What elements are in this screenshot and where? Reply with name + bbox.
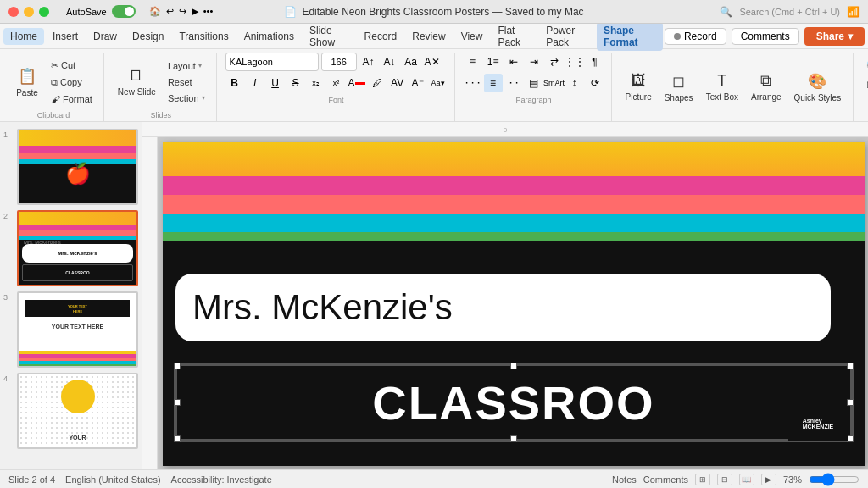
format-icon: 🖌 xyxy=(51,94,60,104)
slide-thumb-4[interactable]: 4 YOUR xyxy=(3,373,138,449)
font-decrease-button[interactable]: A↓ xyxy=(381,53,399,71)
window-controls[interactable] xyxy=(8,7,49,17)
redo-arrow-icon[interactable]: ↪ xyxy=(179,6,186,17)
columns-button[interactable]: ⋮⋮ xyxy=(565,53,584,71)
font-size-input[interactable] xyxy=(321,53,357,71)
italic-button[interactable]: I xyxy=(246,74,264,92)
classroom-box[interactable]: CLASSROO xyxy=(175,364,852,441)
slide-img-2[interactable]: Mrs. McKenzie's Mrs. McKenzie's CLASSROO xyxy=(17,210,138,286)
accessibility-link[interactable]: Accessibility: Investigate xyxy=(171,474,272,485)
shape-fill-button[interactable]: 🪣 Shape Fill ▾ xyxy=(862,59,868,74)
slide-thumb-1[interactable]: 1 🍎 xyxy=(3,129,138,205)
paste-button[interactable]: 📋 Paste xyxy=(10,57,44,108)
font-increase-button[interactable]: A↑ xyxy=(359,53,378,71)
format-button[interactable]: 🖌 Format xyxy=(47,92,97,106)
picture-button[interactable]: 🖼 Picture xyxy=(620,62,657,113)
menu-draw[interactable]: Draw xyxy=(86,28,124,45)
slides-row: 🗌 New Slide Layout ▾ Reset Section ▾ xyxy=(113,53,209,111)
comments-button-status[interactable]: Comments xyxy=(643,474,688,485)
comments-button[interactable]: Comments xyxy=(732,28,799,45)
strikethrough-button[interactable]: S xyxy=(287,74,305,92)
slide-thumb-2[interactable]: 2 Mrs. McKenzie's Mrs. McKenzie's CLASSR… xyxy=(3,210,138,286)
menu-flatpack[interactable]: Flat Pack xyxy=(491,22,537,51)
layout-button[interactable]: Layout ▾ xyxy=(164,59,209,73)
slide-sorter-button[interactable]: ⊟ xyxy=(717,474,732,485)
bullet-list-button[interactable]: ≡ xyxy=(464,53,482,71)
title-bar: AutoSave 🏠 ↩ ↪ ▶ ••• 📄 Editable Neon Bri… xyxy=(0,0,868,24)
normal-view-button[interactable]: ⊞ xyxy=(695,474,710,485)
new-slide-button[interactable]: 🗌 New Slide xyxy=(113,57,161,108)
decrease-indent-button[interactable]: ⇤ xyxy=(504,53,523,71)
text-direction-button[interactable]: ⟳ xyxy=(586,74,604,92)
font-row1: A↑ A↓ Aa A✕ xyxy=(225,53,448,71)
ribbon-group-paragraph: ≡ 1≡ ⇤ ⇥ ⇄ ⋮⋮ ¶ ⬝⬝⬝ ≡ ⬝⬝ ▤ SmArt ↕ ⟳ Par… xyxy=(457,53,612,121)
shapes-button[interactable]: ◻ Shapes xyxy=(659,62,698,113)
textbox-button[interactable]: T Text Box xyxy=(701,62,743,113)
more-icon[interactable]: ••• xyxy=(203,6,214,17)
numbered-list-button[interactable]: 1≡ xyxy=(484,53,503,71)
slide-num-4: 4 xyxy=(3,373,14,383)
menu-shapeformat[interactable]: Shape Format xyxy=(597,22,663,51)
char-spacing-button[interactable]: AV xyxy=(388,74,407,92)
menu-design[interactable]: Design xyxy=(125,28,170,45)
arrange-button[interactable]: ⧉ Arrange xyxy=(746,62,787,113)
change-case-button[interactable]: Aa xyxy=(402,53,420,71)
zoom-slider[interactable] xyxy=(809,473,860,486)
slide-img-1[interactable]: 🍎 xyxy=(17,129,138,205)
font-color-button[interactable]: A xyxy=(348,74,366,92)
maximize-button[interactable] xyxy=(39,7,49,17)
menu-slideshow[interactable]: Slide Show xyxy=(303,22,356,51)
highlight-button[interactable]: 🖊 xyxy=(368,74,387,92)
font-name-input[interactable] xyxy=(225,53,319,71)
reset-button[interactable]: Reset xyxy=(164,75,209,89)
align-center-button[interactable]: ≡ xyxy=(484,74,503,92)
slide-img-4[interactable]: YOUR xyxy=(17,373,138,449)
play-icon[interactable]: ▶ xyxy=(192,6,198,17)
menu-home[interactable]: Home xyxy=(3,28,44,45)
search-icon[interactable]: 🔍 xyxy=(720,6,732,18)
minimize-button[interactable] xyxy=(24,7,34,17)
increase-indent-button[interactable]: ⇥ xyxy=(525,53,543,71)
undo-arrow-icon[interactable]: ↩ xyxy=(166,6,174,17)
home-icon[interactable]: 🏠 xyxy=(149,6,161,17)
rtl-button[interactable]: ⇄ xyxy=(545,53,564,71)
font-style-button[interactable]: Aa▾ xyxy=(429,74,448,92)
convert-smartart-button[interactable]: SmArt xyxy=(545,74,564,92)
clear-format-button[interactable]: A✕ xyxy=(423,53,442,71)
handle-ml xyxy=(174,399,181,406)
bold-button[interactable]: B xyxy=(225,74,244,92)
menu-record[interactable]: Record xyxy=(358,28,404,45)
menu-review[interactable]: Review xyxy=(405,28,452,45)
paragraph-dir-button[interactable]: ¶ xyxy=(586,53,604,71)
close-button[interactable] xyxy=(8,7,19,17)
menu-view[interactable]: View xyxy=(454,28,490,45)
ribbon-group-shape: 🪣 Shape Fill ▾ ◻ Shape Outline ▾ xyxy=(855,53,868,121)
menu-transitions[interactable]: Transitions xyxy=(172,28,235,45)
clipboard-row: 📋 Paste ✂ Cut ⧉ Copy 🖌 Format xyxy=(10,53,97,111)
text-effects-button[interactable]: A⁻ xyxy=(409,74,427,92)
subscript-button[interactable]: x₂ xyxy=(307,74,326,92)
slides-secondary: Layout ▾ Reset Section ▾ xyxy=(164,59,209,105)
notes-button[interactable]: Notes xyxy=(612,474,637,485)
menu-powerpack[interactable]: Power Pack xyxy=(539,22,595,51)
superscript-button[interactable]: x² xyxy=(327,74,346,92)
menu-animations[interactable]: Animations xyxy=(237,28,301,45)
align-left-button[interactable]: ⬝⬝⬝ xyxy=(464,74,482,92)
slideshow-view-button[interactable]: ▶ xyxy=(761,474,776,485)
shape-outline-button[interactable]: ◻ Shape Outline ▾ xyxy=(862,77,868,92)
align-right-button[interactable]: ⬝⬝ xyxy=(504,74,523,92)
slide-img-3[interactable]: YOUR TEXT HERE YOUR TEXT HERE xyxy=(17,291,138,368)
slide-thumb-3[interactable]: 3 YOUR TEXT HERE YOUR TEXT HERE xyxy=(3,291,138,368)
section-button[interactable]: Section ▾ xyxy=(164,92,209,105)
line-spacing-button[interactable]: ↕ xyxy=(565,74,584,92)
underline-button[interactable]: U xyxy=(266,74,285,92)
quick-styles-button[interactable]: 🎨 Quick Styles xyxy=(789,62,847,113)
autosave-toggle[interactable] xyxy=(112,5,136,18)
share-button[interactable]: Share ▾ xyxy=(804,27,865,46)
justify-button[interactable]: ▤ xyxy=(525,74,543,92)
menu-insert[interactable]: Insert xyxy=(46,28,85,45)
cut-button[interactable]: ✂ Cut xyxy=(47,58,97,73)
copy-button[interactable]: ⧉ Copy xyxy=(47,75,97,90)
reading-view-button[interactable]: 📖 xyxy=(739,474,754,485)
record-button[interactable]: Record xyxy=(665,28,726,45)
